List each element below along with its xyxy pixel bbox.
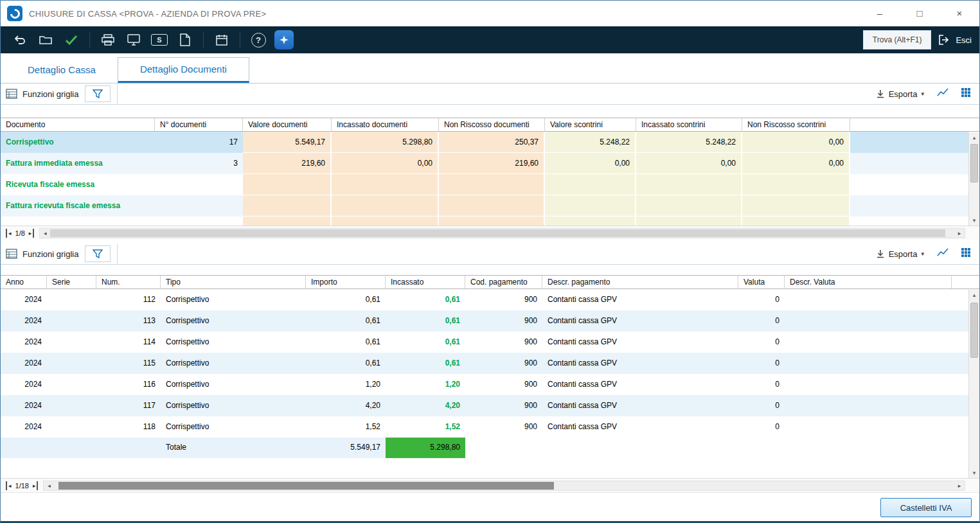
column-header[interactable]: Incassato — [386, 276, 465, 288]
document-button[interactable] — [174, 30, 197, 50]
grid2-hscroll-thumb[interactable] — [58, 482, 553, 490]
grid2-header: AnnoSerieNum.TipoImportoIncassatoCod. pa… — [1, 275, 979, 289]
column-header[interactable]: Cod. pagamento — [465, 276, 542, 288]
esci-button[interactable]: Esci — [939, 35, 972, 45]
row-filler — [465, 438, 968, 458]
row-filler — [952, 289, 968, 310]
confirm-button[interactable] — [60, 30, 83, 50]
cell-3 — [332, 195, 439, 217]
calendar-button[interactable] — [210, 30, 233, 50]
grid2-vscroll-track[interactable] — [969, 300, 979, 468]
column-header[interactable]: Non Riscosso documenti — [439, 118, 545, 131]
main-toolbar: S ? Trova (Alt+F1) Esci — [1, 26, 979, 53]
table-row[interactable]: Corrispettivo175.549,175.298,80250,375.2… — [1, 132, 968, 153]
grid1-vscrollbar[interactable]: ▴ ▾ — [968, 132, 979, 226]
grid1-hscroll-thumb[interactable] — [50, 229, 945, 237]
table-row[interactable] — [1, 217, 968, 226]
grid2-hscroll-track[interactable] — [54, 481, 954, 490]
column-header[interactable]: Descr. Valuta — [785, 276, 952, 288]
column-header[interactable]: Num. — [96, 276, 161, 288]
column-header[interactable]: Importo — [306, 276, 386, 288]
grid1-vscroll-thumb[interactable] — [970, 144, 978, 182]
column-header[interactable]: Tipo — [161, 276, 306, 288]
scroll-down-icon[interactable]: ▾ — [969, 215, 979, 226]
grid-view-button[interactable] — [961, 88, 970, 100]
cell-2: 115 — [96, 353, 161, 374]
table-row[interactable]: 2024115Corrispettivo0,610,61900Contanti … — [1, 353, 968, 374]
last-page-button[interactable]: ▸ — [28, 229, 35, 238]
grid1-vscroll-track[interactable] — [969, 143, 979, 215]
first-page-button[interactable]: ◂ — [6, 229, 13, 238]
scroll-left-icon[interactable]: ◂ — [40, 230, 50, 236]
grid1-hscrollbar[interactable]: ◂ ▸ — [39, 228, 965, 238]
last-page-button[interactable]: ▸ — [31, 481, 39, 490]
row-filler — [850, 153, 968, 174]
grid2-vscrollbar[interactable]: ▴ ▾ — [968, 290, 979, 478]
scroll-up-icon[interactable]: ▴ — [969, 132, 979, 143]
column-header[interactable]: Non Riscosso scontrini — [742, 118, 850, 131]
table-row[interactable]: 2024116Corrispettivo1,201,20900Contanti … — [1, 374, 968, 395]
column-header[interactable]: Serie — [47, 276, 96, 288]
assistant-button[interactable] — [272, 30, 296, 50]
tab-dettaglio-cassa[interactable]: Dettaglio Cassa — [6, 57, 118, 83]
scroll-right-icon[interactable]: ▸ — [954, 483, 965, 489]
maximize-button[interactable]: □ — [913, 6, 927, 21]
esporta-button[interactable]: Esporta ▾ — [876, 249, 924, 259]
close-button[interactable]: × — [952, 6, 967, 21]
scroll-right-icon[interactable]: ▸ — [954, 230, 965, 236]
column-header[interactable]: Incassato documenti — [332, 118, 439, 131]
help-button[interactable]: ? — [247, 30, 270, 50]
table-row[interactable]: Fattura ricevuta fiscale emessa — [1, 195, 968, 217]
filter-button[interactable] — [85, 85, 111, 102]
column-header[interactable]: Anno — [1, 276, 47, 288]
table-row[interactable]: 2024117Corrispettivo4,204,20900Contanti … — [1, 395, 968, 416]
grid1-hscroll-track[interactable] — [50, 229, 954, 238]
table-row[interactable]: 2024114Corrispettivo0,610,61900Contanti … — [1, 332, 968, 353]
preview-button[interactable] — [122, 30, 145, 50]
esporta-button[interactable]: Esporta ▾ — [876, 89, 924, 99]
castelletti-iva-button[interactable]: Castelletti IVA — [880, 498, 972, 517]
chart-button[interactable] — [937, 248, 949, 260]
header-filler — [850, 118, 979, 131]
print-button[interactable] — [96, 30, 120, 50]
grid2-vscroll-thumb[interactable] — [970, 303, 978, 358]
scroll-left-icon[interactable]: ◂ — [44, 483, 54, 489]
esci-label: Esci — [956, 35, 972, 45]
scroll-down-icon[interactable]: ▾ — [969, 468, 979, 478]
column-header[interactable]: Valuta — [738, 276, 785, 288]
scroll-up-icon[interactable]: ▴ — [969, 290, 979, 300]
documents-summary-grid: DocumentoN° documentiValore documentiInc… — [1, 118, 979, 226]
cell-3: Corrispettivo — [161, 332, 306, 353]
chart-button[interactable] — [937, 88, 949, 100]
table-row[interactable]: 2024118Corrispettivo1,521,52900Contanti … — [1, 416, 968, 438]
stamp-button[interactable]: S — [148, 30, 171, 50]
first-page-button[interactable]: ◂ — [6, 481, 13, 490]
column-header[interactable]: Descr. pagamento — [542, 276, 738, 288]
cell-7 — [742, 195, 850, 217]
open-folder-button[interactable] — [34, 30, 57, 50]
chart-icon — [937, 248, 949, 257]
column-header[interactable]: N° documenti — [155, 118, 243, 131]
cell-6 — [636, 217, 742, 226]
column-header[interactable]: Valore scontrini — [545, 118, 636, 131]
column-header[interactable]: Valore documenti — [243, 118, 332, 131]
table-row[interactable]: Fattura immediata emessa3219,600,00219,6… — [1, 153, 968, 174]
undo-button[interactable] — [8, 30, 31, 50]
grid-view-button[interactable] — [961, 248, 970, 260]
calendar-icon — [216, 34, 227, 46]
cell-0 — [1, 217, 155, 226]
row-filler — [952, 374, 968, 395]
column-header[interactable]: Documento — [1, 118, 155, 131]
cell-0: 2024 — [1, 332, 47, 353]
table-row[interactable]: 2024112Corrispettivo0,610,61900Contanti … — [1, 289, 968, 310]
cell-1 — [47, 374, 96, 395]
table-row[interactable]: Ricevuta fiscale emessa — [1, 174, 968, 195]
filter-button[interactable] — [85, 245, 111, 262]
column-header[interactable]: Incassato scontrini — [636, 118, 742, 131]
minimize-button[interactable]: – — [873, 6, 887, 21]
tab-dettaglio-documenti[interactable]: Dettaglio Documenti — [118, 57, 249, 83]
grid2-hscrollbar[interactable]: ◂ ▸ — [43, 481, 965, 491]
trova-search-box[interactable]: Trova (Alt+F1) — [863, 30, 932, 49]
table-row[interactable]: 2024113Corrispettivo0,610,61900Contanti … — [1, 310, 968, 332]
cell-2 — [243, 217, 332, 226]
